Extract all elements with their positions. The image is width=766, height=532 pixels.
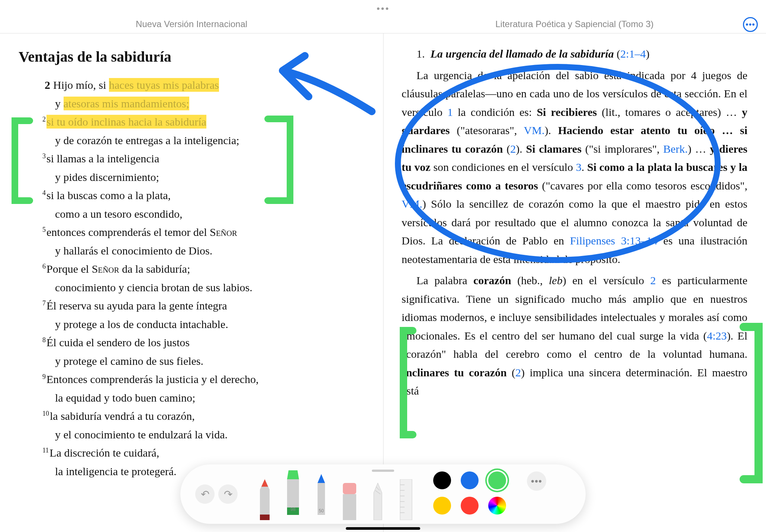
scripture-ref-link[interactable]: 2 xyxy=(510,143,516,155)
verse-line: y atesoras mis mandamientos; xyxy=(19,94,364,113)
highlight: haces tuyas mis palabras xyxy=(109,78,219,92)
header-bar: Nueva Versión Internacional Literatura P… xyxy=(0,15,766,33)
pencil-size-label: 50 xyxy=(319,508,324,513)
verse-line: y de corazón te entregas a la inteligenc… xyxy=(19,131,364,150)
verse-line: como a un tesoro escondido, xyxy=(19,205,364,223)
pencil-tool[interactable]: 50 xyxy=(313,474,330,520)
svg-rect-2 xyxy=(260,515,270,520)
svg-rect-13 xyxy=(400,479,412,520)
verse-line: y pides discernimiento; xyxy=(19,168,364,186)
color-green[interactable] xyxy=(488,471,506,489)
verse-line: 8Él cuida el sendero de los justos xyxy=(19,333,364,352)
scripture-ref-link[interactable]: 3 xyxy=(576,161,582,173)
scripture-ref-link[interactable]: 1 xyxy=(447,106,453,118)
verse-number: 2 xyxy=(42,116,46,123)
svg-rect-9 xyxy=(343,494,356,520)
verse-line: conocimiento y ciencia brotan de sus lab… xyxy=(19,278,364,297)
verse-line: 11La discreción te cuidará, xyxy=(19,444,364,462)
verse-line: 4si la buscas como a la plata, xyxy=(19,186,364,205)
ruler-tool[interactable] xyxy=(398,479,415,520)
window-handle[interactable]: ••• xyxy=(376,3,389,15)
tool-group: 98 50 xyxy=(256,468,415,520)
svg-rect-8 xyxy=(343,483,356,494)
source-ref-link[interactable]: Berk. xyxy=(663,143,688,155)
verse-number: 10 xyxy=(42,410,49,417)
highlighter-size-label: 98 xyxy=(290,507,295,512)
svg-marker-3 xyxy=(287,470,299,479)
scripture-ref-link[interactable]: 2:1–4 xyxy=(620,48,646,60)
highlighter-tool[interactable]: 98 xyxy=(284,470,302,520)
commentary-heading: 1. La urgencia del llamado de la sabidur… xyxy=(402,45,747,63)
verse-number: 9 xyxy=(42,373,46,380)
color-black[interactable] xyxy=(433,471,451,489)
verse-line: y protege el camino de sus fieles. xyxy=(19,352,364,370)
home-indicator[interactable] xyxy=(346,527,420,530)
source-ref-link[interactable]: VM. xyxy=(402,198,422,210)
verse-line: y el conocimiento te endulzará la vida. xyxy=(19,425,364,444)
right-pane[interactable]: 1. La urgencia del llamado de la sabidur… xyxy=(383,33,766,532)
verse-line: 10la sabiduría vendrá a tu corazón, xyxy=(19,407,364,425)
left-pane-title: Nueva Versión Internacional xyxy=(0,15,383,33)
verse-number: 4 xyxy=(42,189,46,197)
section-title: Ventajas de la sabiduría xyxy=(19,45,364,69)
verse-line: 2Hijo mío, si haces tuyas mis palabras xyxy=(19,76,364,94)
right-title-text: Literatura Poética y Sapiencial (Tomo 3) xyxy=(495,19,654,29)
highlight: si tu oído inclinas hacia la sabiduría xyxy=(46,115,206,129)
verse-line: 9Entonces comprenderás la justicia y el … xyxy=(19,370,364,389)
verse-number: 11 xyxy=(42,447,49,454)
verse-line: 7Él reserva su ayuda para la gente ínteg… xyxy=(19,296,364,315)
scripture-ref-link[interactable]: 2 xyxy=(515,366,521,379)
scripture-ref-link[interactable]: 4:23 xyxy=(707,330,727,342)
verse-line: la equidad y todo buen camino; xyxy=(19,389,364,407)
pen-tool[interactable] xyxy=(256,479,273,520)
eraser-tool[interactable] xyxy=(341,483,358,520)
verse-line: y protege a los de conducta intachable. xyxy=(19,315,364,334)
left-pane[interactable]: Ventajas de la sabiduría 2Hijo mío, si h… xyxy=(0,33,383,532)
verse-line: 6Porque el Señor da la sabiduría; xyxy=(19,260,364,278)
svg-marker-6 xyxy=(318,474,325,483)
verse-line: 2si tu oído inclinas hacia la sabiduría xyxy=(19,113,364,131)
color-palette: ••• xyxy=(433,471,536,517)
scripture-ref-link[interactable]: 2 xyxy=(650,274,656,286)
scripture-ref-link[interactable]: Filipenses 3:13–14 xyxy=(570,234,658,247)
verse-number: 2 xyxy=(45,79,50,91)
commentary-paragraph: La palabra corazón (heb., leb) en el ver… xyxy=(402,271,747,400)
content-area: Ventajas de la sabiduría 2Hijo mío, si h… xyxy=(0,33,766,532)
color-picker[interactable] xyxy=(488,497,506,515)
verse-line: y hallarás el conocimiento de Dios. xyxy=(19,241,364,260)
verse-number: 5 xyxy=(42,226,46,233)
toolbar-more-button[interactable]: ••• xyxy=(527,471,546,491)
verse-number: 8 xyxy=(42,336,46,344)
undo-button[interactable]: ↶ xyxy=(195,484,215,504)
svg-marker-1 xyxy=(261,479,268,487)
toolbar-grip[interactable] xyxy=(372,470,394,472)
color-blue[interactable] xyxy=(461,471,479,489)
right-pane-title: Literatura Poética y Sapiencial (Tomo 3)… xyxy=(383,15,766,33)
markup-toolbar[interactable]: ↶ ↷ 98 50 ••• xyxy=(180,464,586,524)
color-yellow[interactable] xyxy=(433,497,451,515)
highlight: atesoras mis mandamientos; xyxy=(64,97,189,110)
verse-line: 5entonces comprenderás el temor del Seño… xyxy=(19,223,364,241)
lasso-tool[interactable] xyxy=(369,483,386,520)
color-red[interactable] xyxy=(461,497,479,515)
more-options-button[interactable]: ••• xyxy=(743,17,758,32)
verse-line: 3si llamas a la inteligencia xyxy=(19,149,364,168)
commentary-paragraph: La urgencia de la apelación del sabio es… xyxy=(402,66,747,269)
verse-number: 7 xyxy=(42,299,46,307)
source-ref-link[interactable]: VM. xyxy=(524,124,545,136)
redo-button[interactable]: ↷ xyxy=(218,484,238,504)
verse-number: 6 xyxy=(42,263,46,270)
verse-number: 3 xyxy=(42,152,46,160)
